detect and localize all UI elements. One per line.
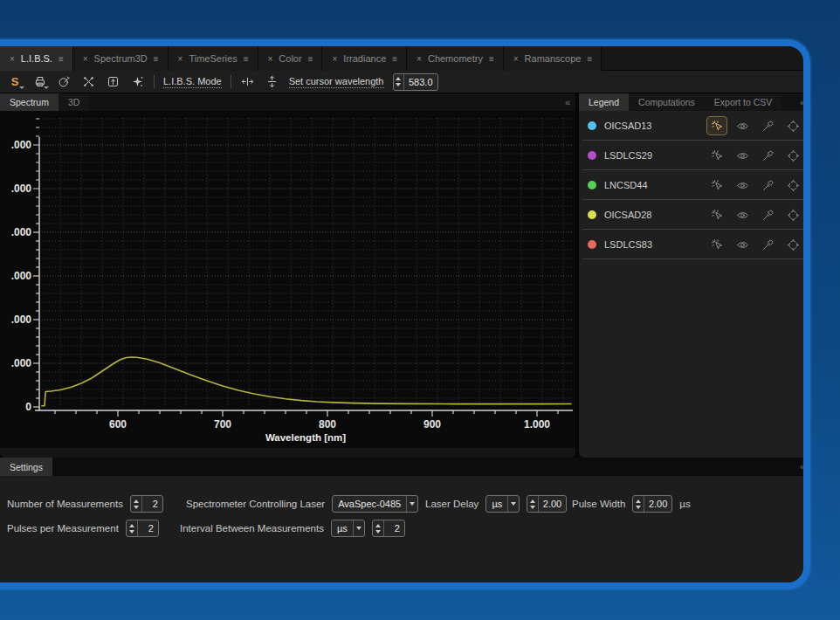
tab-menu-icon[interactable]: ≡ xyxy=(489,54,493,64)
sparkle-icon[interactable] xyxy=(129,74,145,90)
close-tab-icon[interactable]: × xyxy=(268,54,273,64)
x-tick-label: 1.000 xyxy=(524,418,550,431)
main-area: Spectrum3D« 0.000.000.000.000.000.000600… xyxy=(0,93,810,458)
move-target-icon[interactable] xyxy=(782,235,803,254)
close-tab-icon[interactable]: × xyxy=(513,54,519,64)
spec-laser-select[interactable]: AvaSpec-0485 xyxy=(332,495,418,513)
close-tab-icon[interactable]: × xyxy=(332,54,337,64)
document-tab-timeseries[interactable]: ×TimeSeries≡ xyxy=(169,46,258,71)
laser-delay-spinner[interactable]: 2.00 xyxy=(527,495,567,513)
pen-chart-icon[interactable] xyxy=(56,74,72,90)
pulses-per-measurement-spinner[interactable]: 2 xyxy=(126,520,159,537)
select-cursor-icon[interactable] xyxy=(706,235,727,254)
libs-mode-button[interactable]: L.I.B.S. Mode xyxy=(163,76,222,88)
color-pipette-icon[interactable] xyxy=(757,235,778,254)
chart-tab-spectrum[interactable]: Spectrum xyxy=(0,93,59,111)
select-cursor-icon[interactable] xyxy=(706,116,727,135)
move-target-icon[interactable] xyxy=(782,176,803,195)
spinner-carets[interactable] xyxy=(373,520,384,536)
legend-tab-legend[interactable]: Legend xyxy=(579,93,629,111)
interval-spinner[interactable]: 2 xyxy=(372,520,405,537)
spinner-carets[interactable] xyxy=(633,496,644,512)
spinner-carets[interactable] xyxy=(527,496,539,512)
select-cursor-icon[interactable] xyxy=(706,176,727,195)
document-tab-irradiance[interactable]: ×Irradiance≡ xyxy=(322,46,407,71)
chevron-down-icon[interactable] xyxy=(406,496,417,512)
tab-menu-icon[interactable]: ≡ xyxy=(244,54,248,64)
close-tab-icon[interactable]: × xyxy=(178,54,183,64)
color-pipette-icon[interactable] xyxy=(757,176,778,195)
visibility-eye-icon[interactable] xyxy=(732,116,753,135)
settings-tab-bar: Settings « xyxy=(0,458,810,476)
chart-tab-3d[interactable]: 3D xyxy=(59,93,89,111)
document-tab-libs[interactable]: ×L.I.B.S.≡ xyxy=(0,46,73,71)
spinner-carets[interactable] xyxy=(131,496,142,512)
series-color-dot[interactable] xyxy=(588,151,596,160)
chevron-down-icon[interactable] xyxy=(353,520,364,536)
close-tab-icon[interactable]: × xyxy=(417,54,422,64)
collapse-settings-icon[interactable]: « xyxy=(800,458,805,475)
close-tab-icon[interactable]: × xyxy=(10,54,15,64)
spectrum-chart[interactable]: 0.000.000.000.000.000.0006007008009001.0… xyxy=(0,111,575,448)
document-tab-color[interactable]: ×Color≡ xyxy=(258,46,323,71)
series-color-dot[interactable] xyxy=(588,210,596,219)
tab-label: TimeSeries xyxy=(189,53,237,64)
legend-rows: OICSAD13LSDLCS29LNCSD44OICSAD28LSDLCS83 xyxy=(579,111,810,259)
laser-delay-label: Laser Delay xyxy=(425,499,479,509)
interval-unit-select[interactable]: µs xyxy=(331,520,365,537)
tab-menu-icon[interactable]: ≡ xyxy=(587,54,591,64)
legend-panel-tabs: LegendComputationsExport to CSV« xyxy=(579,93,810,111)
num-measurements-spinner[interactable]: 2 xyxy=(130,495,163,513)
tab-menu-icon[interactable]: ≡ xyxy=(392,54,396,64)
legend-row: LNCSD44 xyxy=(579,170,810,200)
series-color-dot[interactable] xyxy=(588,181,596,189)
laser-delay-unit-select[interactable]: µs xyxy=(485,495,520,513)
document-tab-spectrum3d[interactable]: ×Spectrum3D≡ xyxy=(73,46,169,71)
document-tab-chemometry[interactable]: ×Chemometry≡ xyxy=(407,46,504,71)
network-x-icon[interactable] xyxy=(80,74,96,90)
chevron-down-icon[interactable] xyxy=(507,496,519,512)
pulse-width-spinner[interactable]: 2.00 xyxy=(632,495,672,513)
series-color-dot[interactable] xyxy=(588,121,596,130)
set-cursor-wavelength-button[interactable]: Set cursor wavelength xyxy=(289,76,384,88)
move-target-icon[interactable] xyxy=(782,116,803,135)
select-cursor-icon[interactable] xyxy=(706,146,727,165)
visibility-eye-icon[interactable] xyxy=(732,235,753,254)
export-up-icon[interactable] xyxy=(105,74,120,90)
pan-vertical-icon[interactable] xyxy=(265,74,280,90)
move-target-icon[interactable] xyxy=(782,146,803,165)
num-measurements-value: 2 xyxy=(142,496,162,512)
x-tick-label: 900 xyxy=(423,418,441,431)
visibility-eye-icon[interactable] xyxy=(732,205,753,224)
legend-tab-export-to-csv[interactable]: Export to CSV xyxy=(705,93,782,111)
collapse-panel-icon[interactable]: « xyxy=(565,93,570,111)
select-cursor-icon[interactable] xyxy=(706,205,727,224)
series-color-dot[interactable] xyxy=(588,240,596,249)
toolbar-separator xyxy=(154,75,155,88)
x-tick-label: 700 xyxy=(214,418,231,431)
visibility-eye-icon[interactable] xyxy=(732,176,753,195)
collapse-panel-icon[interactable]: « xyxy=(800,93,805,111)
color-pipette-icon[interactable] xyxy=(757,146,778,165)
spec-laser-value: AvaSpec-0485 xyxy=(333,496,406,512)
move-target-icon[interactable] xyxy=(782,205,803,224)
visibility-eye-icon[interactable] xyxy=(732,146,753,165)
spinner-carets[interactable] xyxy=(127,520,138,536)
tab-menu-icon[interactable]: ≡ xyxy=(308,54,313,64)
legend-tab-computations[interactable]: Computations xyxy=(629,93,705,111)
tab-label: Chemometry xyxy=(428,53,483,64)
save-s-icon[interactable]: S xyxy=(7,74,23,90)
spinner-carets[interactable] xyxy=(394,74,404,90)
color-pipette-icon[interactable] xyxy=(757,205,778,224)
legend-row: OICSAD13 xyxy=(579,111,810,141)
color-pipette-icon[interactable] xyxy=(757,116,778,135)
tab-menu-icon[interactable]: ≡ xyxy=(154,54,158,64)
close-tab-icon[interactable]: × xyxy=(83,54,88,64)
tab-settings[interactable]: Settings xyxy=(0,458,52,476)
printer-icon[interactable] xyxy=(31,74,47,90)
y-tick-label: .000 xyxy=(11,226,32,238)
tab-menu-icon[interactable]: ≡ xyxy=(59,54,63,64)
cursor-wavelength-spinner[interactable]: 583.0 xyxy=(393,73,438,91)
document-tab-ramanscope[interactable]: ×Ramanscope≡ xyxy=(504,46,602,71)
pan-horizontal-icon[interactable] xyxy=(240,74,256,90)
